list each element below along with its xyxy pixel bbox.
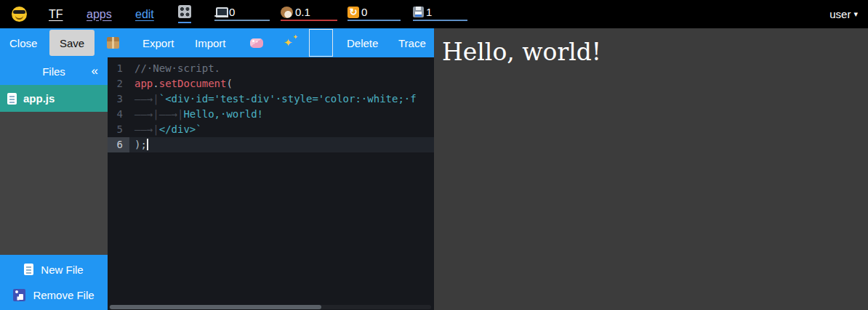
code-text: ——→|</div>` [129,122,202,137]
code-line[interactable]: 6); [108,137,434,152]
file-item-app.js[interactable]: app.js [0,85,108,112]
code-segment-ident: app [134,78,153,89]
nav-link-apps[interactable]: apps [87,0,112,28]
sparkles-button[interactable] [284,28,297,57]
code-text: ); [129,137,148,152]
floppy-icon [413,7,424,17]
horizontal-scrollbar-thumb[interactable] [110,305,321,309]
remove-file-button[interactable]: Remove File [0,283,108,308]
sidebar: Files « app.js New FileRemove File [0,57,108,310]
code-segment-comment: //·New·script. [134,62,220,74]
nav-link-tf[interactable]: TF [49,0,63,28]
code-segment-punct: . [153,78,158,89]
code-editor[interactable]: 1//·New·script.2app.setDocument(3——→|`<d… [108,57,434,310]
horizontal-scrollbar-track[interactable] [109,305,431,309]
line-number: 3 [108,91,129,107]
control-knobs-link[interactable] [178,5,191,23]
hamster-icon [281,7,293,18]
code-segment-punct: ( [226,78,232,89]
code-segment-string: </div>` [159,123,202,135]
stat-refresh[interactable]: 0 [347,4,401,21]
line-number: 5 [108,122,129,137]
delete-button[interactable]: Delete [347,28,378,57]
preview-heading: Hello, world! [434,28,868,66]
code-line[interactable]: 3——→|`<div·id='test-div'·style='color:·w… [108,91,434,107]
refresh-icon [347,7,359,18]
stat-value: 0 [229,6,235,18]
code-segment-tab: ——→| [159,108,184,120]
line-number: 4 [108,107,129,122]
litter-bin-icon [13,289,25,301]
code-segment-string: Hello,·world! [183,108,263,120]
code-line[interactable]: 1//·New·script. [108,61,434,76]
sparkles-icon [284,36,297,49]
user-menu[interactable]: user ▾ [829,0,858,28]
document-icon [7,93,17,105]
caret-down-icon: ▾ [853,9,858,19]
line-number: 6 [108,137,129,152]
document-icon [24,264,33,275]
code-text: //·New·script. [129,61,220,76]
soap-icon [250,38,263,48]
code-segment-tab: ——→| [134,108,159,120]
sunglasses-face-icon [12,7,27,22]
stat-value: 1 [426,6,432,18]
stat-value: 0 [361,6,367,18]
line-number: 1 [108,61,129,76]
code-line[interactable]: 4——→|——→|Hello,·world! [108,107,434,122]
stat-floppy[interactable]: 1 [413,4,467,21]
files-header-label: Files [42,65,65,78]
new-file-button[interactable]: New File [0,257,108,282]
app-window: TF apps edit 00.101 user ▾ Close Save Ex… [0,0,868,310]
brand-button[interactable] [12,0,27,28]
user-menu-label: user [829,8,851,20]
file-list: app.js [0,85,108,112]
code-text: ——→|`<div·id='test-div'·style='color:·wh… [129,91,417,107]
save-button[interactable]: Save [49,30,95,56]
code-lines: 1//·New·script.2app.setDocument(3——→|`<d… [108,57,434,152]
files-header: Files « [0,57,108,85]
code-line[interactable]: 2app.setDocument( [108,76,434,91]
collapse-sidebar-button[interactable]: « [92,64,98,78]
preview-panel: Hello, world! [434,28,868,310]
code-line[interactable]: 5——→|</div>` [108,122,434,137]
laptop-icon [214,7,227,17]
control-knobs-icon [178,5,191,18]
code-segment-tab: ——→| [134,93,159,105]
export-button[interactable]: Export [142,28,174,57]
code-text: ——→|——→|Hello,·world! [129,107,263,122]
stat-value: 0.1 [295,6,310,18]
soap-button[interactable] [250,28,263,57]
sidebar-empty-area [0,112,108,255]
code-segment-punct: ); [134,139,147,150]
package-button[interactable] [107,28,119,57]
close-button[interactable]: Close [9,28,37,57]
file-name: app.js [23,92,55,105]
new-file-label: New File [41,264,83,276]
text-cursor [147,139,148,150]
package-icon [107,37,119,49]
blank-button[interactable] [309,29,333,57]
code-segment-string: `<div·id='test-div'·style='color:·white;… [159,93,417,105]
import-button[interactable]: Import [195,28,226,57]
trace-button[interactable]: Trace [398,28,426,57]
code-segment-ident: setDocument [159,78,227,89]
line-number: 2 [108,76,129,91]
stat-hamster[interactable]: 0.1 [281,4,337,21]
code-segment-tab: ——→| [134,123,159,135]
sidebar-actions: New FileRemove File [0,255,108,310]
stat-laptop[interactable]: 0 [214,4,270,21]
remove-file-label: Remove File [33,289,94,301]
toolbar: Close Save Export Import Delete Trace [0,28,434,57]
nav-link-edit[interactable]: edit [135,0,154,28]
code-text: app.setDocument( [129,76,233,91]
topbar: TF apps edit 00.101 user ▾ [0,0,868,28]
